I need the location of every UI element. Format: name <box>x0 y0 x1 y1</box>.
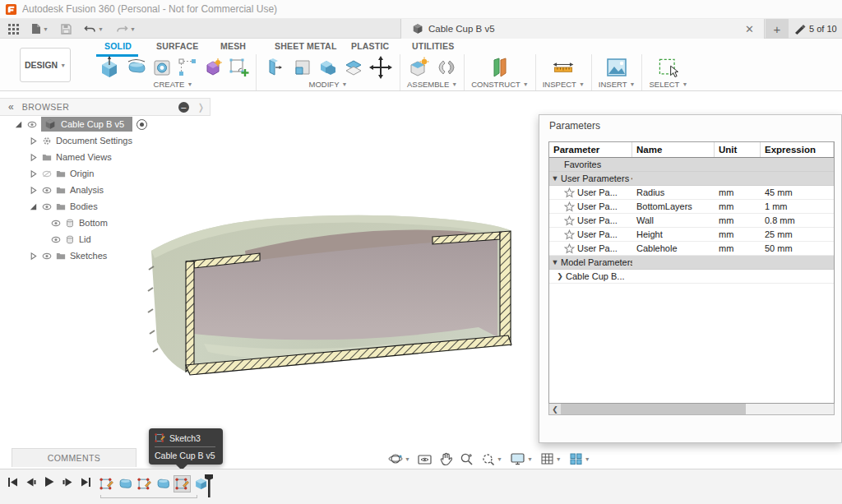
timeline-feature-sketch3[interactable] <box>173 475 191 492</box>
favorite-star-icon[interactable] <box>564 243 575 254</box>
table-row-cable-cup[interactable]: ❯ Cable Cup B... <box>549 270 834 284</box>
visibility-icon[interactable] <box>42 185 52 195</box>
chevron-right-icon[interactable]: ❯ <box>554 272 566 280</box>
zoom-button[interactable] <box>460 452 474 466</box>
browser-row-document-settings[interactable]: Document Settings <box>0 132 210 149</box>
browser-row-body-bottom[interactable]: Bottom <box>0 215 210 231</box>
workspace-switcher-button[interactable]: DESIGN ▼ <box>20 48 71 82</box>
app-grid-icon[interactable] <box>8 24 19 35</box>
browser-row-origin[interactable]: Origin <box>0 165 210 182</box>
press-pull-icon[interactable] <box>263 55 288 80</box>
expanded-triangle-icon[interactable] <box>28 201 38 211</box>
browser-row-body-lid[interactable]: Lid <box>0 231 210 247</box>
table-row-cablehole[interactable]: User Pa... Cablehole mm 50 mm <box>549 242 834 256</box>
group-label-assemble[interactable]: ASSEMBLE▼ <box>407 80 457 89</box>
parameters-dialog-title[interactable]: Parameters <box>539 115 841 136</box>
group-label-select[interactable]: SELECT▼ <box>649 80 687 89</box>
pan-button[interactable] <box>439 452 452 466</box>
browser-row-named-views[interactable]: Named Views <box>0 149 210 165</box>
tab-utilities[interactable]: UTILITIES <box>412 41 454 51</box>
orbit-button[interactable]: ▼ <box>388 451 410 466</box>
col-header-name[interactable]: Name <box>632 142 715 157</box>
chevron-down-icon[interactable]: ▼ <box>549 174 561 183</box>
save-button[interactable] <box>61 24 72 35</box>
browser-row-root[interactable]: Cable Cup B v5 <box>0 116 210 132</box>
joint-icon[interactable] <box>436 57 457 78</box>
selected-root-component[interactable]: Cable Cup B v5 <box>41 117 132 132</box>
table-row-wall[interactable]: User Pa... Wall mm 0.8 mm <box>549 214 834 228</box>
group-label-modify[interactable]: MODIFY▼ <box>309 80 348 89</box>
document-tab[interactable]: Cable Cup B v5 ✕ <box>400 19 765 39</box>
col-header-unit[interactable]: Unit <box>715 142 761 157</box>
tab-mesh[interactable]: MESH <box>220 41 246 51</box>
timeline-go-start-button[interactable] <box>7 477 18 488</box>
viewport-canvas[interactable]: « BROWSER – ❭ Cable Cup B v5 Document Se… <box>0 91 842 469</box>
collapsed-triangle-icon[interactable] <box>28 251 38 261</box>
revolve-icon[interactable] <box>126 57 147 78</box>
select-icon[interactable] <box>656 55 681 80</box>
table-row-model-parameters[interactable]: ▼ Model Parameters <box>549 256 834 270</box>
fillet-icon[interactable] <box>292 57 313 78</box>
browser-row-sketches[interactable]: Sketches <box>0 247 210 264</box>
scroll-left-icon[interactable]: ❮ <box>549 404 561 414</box>
tab-surface[interactable]: SURFACE <box>156 41 199 51</box>
pattern-icon[interactable] <box>177 57 198 78</box>
timeline-feature-revolve2[interactable] <box>155 475 172 492</box>
timeline-step-forward-button[interactable] <box>62 477 73 488</box>
offset-face-icon[interactable] <box>343 57 364 78</box>
tab-close-icon[interactable]: ✕ <box>742 23 757 35</box>
activate-component-radio[interactable] <box>136 119 147 130</box>
favorite-star-icon[interactable] <box>564 187 575 198</box>
browser-row-bodies[interactable]: Bodies <box>0 198 210 215</box>
favorite-star-icon[interactable] <box>564 215 575 226</box>
collapsed-triangle-icon[interactable] <box>28 169 38 178</box>
grid-settings-button[interactable]: ▼ <box>540 452 562 465</box>
viewports-button[interactable]: ▼ <box>569 452 590 465</box>
table-row-favorites[interactable]: Favorites <box>549 158 834 172</box>
timeline-step-back-button[interactable] <box>25 477 36 488</box>
visibility-icon[interactable] <box>42 251 52 261</box>
measure-icon[interactable] <box>551 55 576 80</box>
visibility-icon[interactable] <box>51 234 61 244</box>
group-label-create[interactable]: CREATE▼ <box>154 80 193 89</box>
notifications-badge[interactable]: 5 of 10 <box>794 19 837 39</box>
move-copy-icon[interactable] <box>368 55 393 80</box>
create-sketch-icon[interactable] <box>228 57 249 78</box>
tab-plastic[interactable]: PLASTIC <box>351 41 389 51</box>
file-menu-button[interactable]: ▼ <box>31 23 49 35</box>
new-tab-button[interactable]: + <box>766 19 789 39</box>
group-label-insert[interactable]: INSERT▼ <box>599 80 636 89</box>
display-settings-button[interactable]: ▼ <box>510 452 533 465</box>
timeline-go-end-button[interactable] <box>81 477 91 488</box>
table-row-bottomlayers[interactable]: User Pa... BottomLayers mm 1 mm <box>549 200 834 214</box>
undo-button[interactable]: ▼ <box>84 24 104 35</box>
timeline-feature-revolve1[interactable] <box>117 475 134 492</box>
combine-icon[interactable] <box>317 57 339 78</box>
browser-row-analysis[interactable]: Analysis <box>0 182 210 198</box>
zoom-window-button[interactable]: ▼ <box>481 452 502 466</box>
visibility-icon[interactable] <box>27 119 37 129</box>
hole-icon[interactable] <box>151 57 173 78</box>
comments-tab[interactable]: COMMENTS <box>12 448 136 467</box>
create-form-icon[interactable] <box>202 57 224 78</box>
col-header-parameter[interactable]: Parameter <box>549 142 632 157</box>
display-mode-icon[interactable]: – <box>178 102 189 113</box>
collapse-panel-icon[interactable]: « <box>8 101 14 113</box>
timeline-position-marker[interactable] <box>203 473 215 499</box>
favorite-star-icon[interactable] <box>564 229 575 240</box>
insert-canvas-icon[interactable] <box>604 55 629 80</box>
new-component-icon[interactable] <box>407 55 432 80</box>
group-label-inspect[interactable]: INSPECT▼ <box>543 80 585 89</box>
table-row-user-parameters[interactable]: ▼ User Parameters ✚ <box>549 172 834 186</box>
timeline-play-button[interactable] <box>44 476 55 488</box>
visibility-icon[interactable] <box>51 218 61 228</box>
horizontal-scrollbar[interactable]: ❮ <box>548 404 835 415</box>
tab-solid[interactable]: SOLID <box>104 41 132 51</box>
favorite-star-icon[interactable] <box>564 201 575 212</box>
table-row-height[interactable]: User Pa... Height mm 25 mm <box>549 228 834 242</box>
construct-plane-icon[interactable] <box>488 55 512 80</box>
scrollbar-thumb[interactable] <box>561 404 746 414</box>
visibility-off-icon[interactable] <box>42 169 52 178</box>
chevron-down-icon[interactable]: ▼ <box>549 258 561 266</box>
extrude-icon[interactable] <box>97 55 122 80</box>
